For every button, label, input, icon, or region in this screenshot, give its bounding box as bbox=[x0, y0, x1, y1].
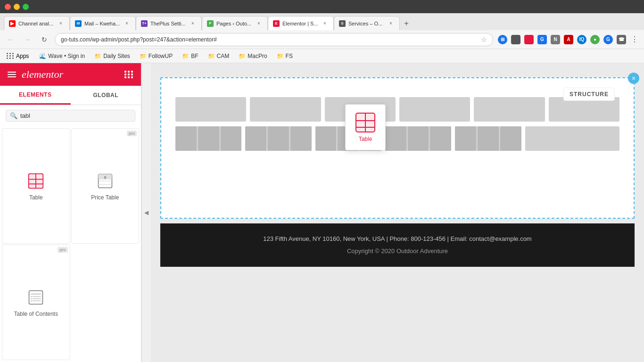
maximize-button[interactable] bbox=[23, 4, 29, 10]
tab-favicon: T+ bbox=[141, 20, 148, 27]
traffic-lights bbox=[5, 4, 29, 10]
bookmark-wave-sign[interactable]: 🌊 Wave • Sign in bbox=[35, 52, 89, 60]
widget-label: Table of Contents bbox=[14, 311, 58, 317]
address-bar[interactable]: go-tuts.com/wp-admin/post.php?post=247&a… bbox=[55, 33, 493, 46]
bookmark-fs[interactable]: 📁 FS bbox=[273, 52, 297, 60]
search-icon: 🔍 bbox=[10, 112, 17, 119]
ext-icon-4: G bbox=[537, 35, 547, 44]
toolbar-extensions: ⊞ G N A IQ ● G ☎ ⋮ bbox=[497, 34, 640, 45]
tab-pages[interactable]: P Pages ‹ Outo... × bbox=[202, 16, 268, 30]
tab-close-icon[interactable]: × bbox=[255, 20, 263, 27]
tab-title: Channel anal... bbox=[18, 21, 54, 26]
tab-close-icon[interactable]: × bbox=[189, 20, 197, 27]
widget-table-of-contents[interactable]: pro Table of Contents bbox=[2, 245, 70, 360]
bookmarks-bar: Apps 🌊 Wave • Sign in 📁 Daily Sites 📁 Fo… bbox=[0, 49, 644, 63]
tab-title: Pages ‹ Outo... bbox=[216, 21, 252, 26]
folder-icon: 📁 bbox=[277, 53, 284, 59]
tab-close-icon[interactable]: × bbox=[123, 20, 131, 27]
grid-cell bbox=[175, 126, 241, 151]
extension-icon-1[interactable]: ⊞ bbox=[497, 34, 508, 45]
ext-icon-2 bbox=[511, 35, 520, 44]
bookmark-macpro[interactable]: 📁 MacPro bbox=[235, 52, 271, 60]
sidebar-collapse-handle[interactable]: ◀ bbox=[141, 63, 151, 362]
folder-icon: 📁 bbox=[182, 53, 189, 59]
ext-icon-6: A bbox=[564, 35, 573, 44]
more-options-button[interactable]: ⋮ bbox=[629, 34, 640, 45]
tab-global[interactable]: GLOBAL bbox=[71, 86, 141, 105]
grid-row-2 bbox=[175, 126, 619, 151]
tab-title: Elementor | S... bbox=[282, 21, 318, 26]
bookmark-star-icon[interactable]: ☆ bbox=[481, 36, 487, 43]
tab-title: Mail – Kweha... bbox=[84, 21, 120, 26]
extension-icon-2[interactable] bbox=[510, 34, 521, 45]
tab-elementor[interactable]: E Elementor | S... × bbox=[268, 16, 334, 30]
widget-table[interactable]: Table bbox=[2, 128, 70, 244]
widget-price-table[interactable]: pro $ Price Table bbox=[71, 128, 140, 244]
svg-text:$: $ bbox=[104, 175, 107, 179]
bookmark-daily-sites[interactable]: 📁 Daily Sites bbox=[91, 52, 134, 60]
tab-services[interactable]: S Services – O... × bbox=[334, 16, 400, 30]
kebab-menu-icon: ⋮ bbox=[631, 35, 638, 44]
bookmark-label: CAM bbox=[217, 53, 230, 59]
pro-badge: pro bbox=[127, 131, 137, 136]
dragged-table-icon bbox=[355, 112, 376, 133]
bookmark-label: MacPro bbox=[248, 53, 267, 59]
close-container-button[interactable]: × bbox=[628, 73, 639, 84]
tab-elements[interactable]: ELEMENTS bbox=[0, 86, 71, 105]
grid-cell bbox=[474, 97, 545, 122]
extension-icon-9[interactable]: G bbox=[603, 34, 614, 45]
structure-label: STRUCTURE bbox=[563, 88, 615, 101]
extension-icon-8[interactable]: ● bbox=[589, 34, 601, 45]
elementor-logo: elementor bbox=[22, 68, 63, 81]
close-button[interactable] bbox=[5, 4, 11, 10]
bookmark-followup[interactable]: 📁 FollowUP bbox=[136, 52, 176, 60]
tab-channel-analysis[interactable]: ▶ Channel anal... × bbox=[4, 16, 70, 30]
new-tab-button[interactable]: + bbox=[400, 17, 413, 30]
minimize-button[interactable] bbox=[14, 4, 20, 10]
tab-close-icon[interactable]: × bbox=[321, 20, 329, 27]
tab-mail[interactable]: M Mail – Kweha... × bbox=[70, 16, 136, 30]
tab-favicon: S bbox=[339, 20, 346, 27]
hamburger-line bbox=[8, 76, 16, 77]
grid-cell bbox=[250, 97, 321, 122]
price-table-widget-icon: $ bbox=[96, 172, 115, 190]
apps-bookmark[interactable]: Apps bbox=[4, 52, 32, 60]
bookmark-label: Wave • Sign in bbox=[48, 53, 85, 59]
search-input[interactable] bbox=[20, 112, 131, 119]
dragged-widget-tooltip: Table bbox=[345, 104, 386, 150]
footer-address: 123 Fifth Avenue, NY 10160, New York, US… bbox=[170, 233, 625, 245]
ext-icon-7: IQ bbox=[577, 35, 586, 44]
toc-widget-icon bbox=[26, 288, 45, 307]
grid-cell bbox=[525, 126, 619, 151]
bookmark-cam[interactable]: 📁 CAM bbox=[204, 52, 233, 60]
forward-button[interactable]: → bbox=[21, 33, 34, 46]
grid-cell bbox=[385, 126, 451, 151]
extension-icon-10[interactable]: ☎ bbox=[616, 34, 627, 45]
search-input-wrap[interactable]: 🔍 bbox=[6, 110, 135, 122]
elementor-sidebar: elementor ELEMENTS GLOBAL bbox=[0, 63, 141, 362]
extension-icon-4[interactable]: G bbox=[537, 34, 548, 45]
pro-badge: pro bbox=[58, 247, 67, 253]
footer-copyright: Copyright © 2020 Outdoor Adventure bbox=[170, 245, 625, 257]
extension-icon-5[interactable]: N bbox=[550, 34, 561, 45]
hamburger-line bbox=[8, 74, 16, 75]
tab-close-icon[interactable]: × bbox=[387, 20, 395, 27]
elementor-grid-icon[interactable] bbox=[124, 71, 133, 78]
bookmark-bf[interactable]: 📁 BF bbox=[178, 52, 202, 60]
tab-close-icon[interactable]: × bbox=[57, 20, 65, 27]
grid-dot bbox=[128, 71, 130, 73]
widgets-grid: Table pro $ Price Table pro bbox=[0, 126, 141, 362]
grid-dot bbox=[124, 71, 126, 73]
back-button[interactable]: ← bbox=[4, 33, 17, 46]
extension-icon-3[interactable] bbox=[523, 34, 535, 45]
folder-icon: 📁 bbox=[208, 53, 215, 59]
extension-icon-7[interactable]: IQ bbox=[576, 34, 587, 45]
reload-button[interactable]: ↻ bbox=[38, 33, 51, 46]
extension-icon-6[interactable]: A bbox=[563, 34, 574, 45]
grid-dot bbox=[124, 74, 126, 75]
canvas-scroll[interactable]: × STRUCTURE Ta bbox=[151, 63, 644, 362]
ext-icon-8: ● bbox=[590, 35, 600, 44]
folder-icon: 📁 bbox=[94, 53, 101, 59]
tab-theplus[interactable]: T+ ThePlus Setti... × bbox=[136, 16, 202, 30]
hamburger-menu-icon[interactable] bbox=[8, 72, 16, 77]
